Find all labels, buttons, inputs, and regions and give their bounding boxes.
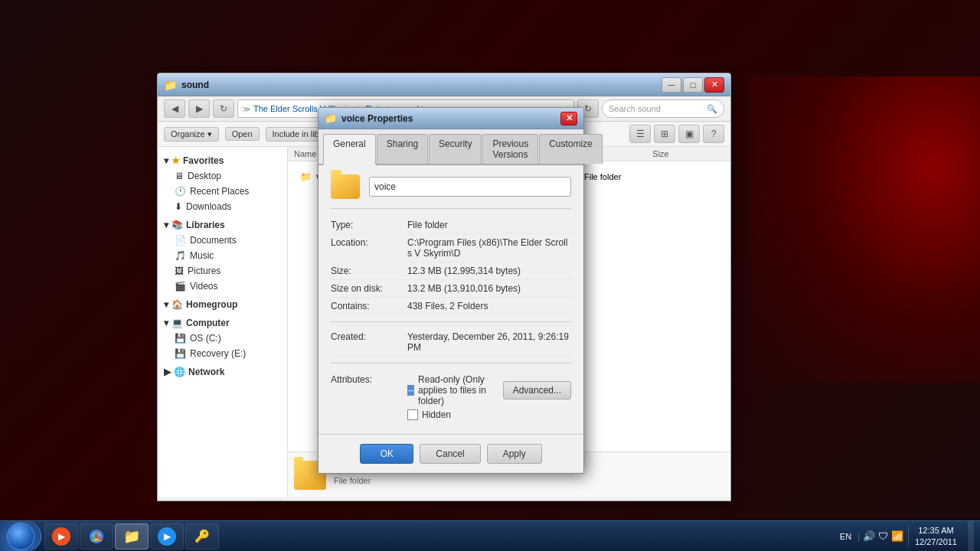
dialog-tabs: General Sharing Security Previous Versio… (318, 129, 583, 165)
size-value: 12.3 MB (12,995,314 bytes) (407, 266, 571, 276)
desktop: 📁 sound ─ □ ✕ ◀ ▶ ↻ ≫ The Elder Scrolls … (0, 0, 980, 551)
hidden-label: Hidden (422, 409, 451, 420)
type-row: Type: File folder (331, 217, 571, 234)
clock-area[interactable]: 12:35 AM 12/27/2011 (908, 525, 963, 547)
advanced-button[interactable]: Advanced... (503, 381, 571, 399)
dialog-titlebar: 📁 voice Properties ✕ (318, 108, 583, 129)
created-row: Created: Yesterday, December 26, 2011, 9… (331, 328, 571, 357)
type-label: Type: (331, 220, 407, 230)
hidden-checkbox-item: Hidden (407, 409, 571, 420)
location-label: Location: (331, 237, 407, 248)
size-on-disk-row: Size on disk: 13.2 MB (13,910,016 bytes) (331, 280, 571, 298)
created-value: Yesterday, December 26, 2011, 9:26:19 PM (407, 331, 571, 353)
tab-sharing[interactable]: Sharing (377, 134, 428, 164)
language-indicator[interactable]: EN (837, 530, 854, 543)
explorer-icon: 📁 (122, 527, 141, 546)
tab-general[interactable]: General (323, 134, 376, 165)
tab-previous-versions[interactable]: Previous Versions (482, 134, 538, 164)
dialog-general-tab-content: Type: File folder Location: C:\Program F… (318, 165, 583, 434)
taskbar-right: EN | 🔊 🛡 📶 12:35 AM 12/27/2011 (831, 521, 980, 551)
divider2 (331, 363, 571, 364)
size-on-disk-value: 13.2 MB (13,910,016 bytes) (407, 283, 571, 294)
taskbar-app-media-player[interactable]: ▶ (44, 523, 78, 549)
clock-date: 12/27/2011 (915, 536, 957, 547)
properties-table: Type: File folder Location: C:\Program F… (331, 217, 571, 364)
taskbar-apps: ▶ 📁 (41, 521, 222, 551)
readonly-checkbox[interactable]: ─ (407, 385, 414, 396)
readonly-attr-row: ─ Read-only (Only applies to files in fo… (407, 374, 571, 406)
contains-row: Contains: 438 Files, 2 Folders (331, 298, 571, 315)
network-icon: 📶 (891, 530, 903, 542)
location-row: Location: C:\Program Files (x86)\The Eld… (331, 234, 571, 262)
dialog-folder-header (331, 174, 571, 209)
dialog-button-row: OK Cancel Apply (318, 434, 583, 473)
tab-security[interactable]: Security (429, 134, 482, 164)
dialog-close-button[interactable]: ✕ (560, 112, 577, 126)
attributes-section: Attributes: ─ Read-only (Only applies to… (331, 370, 571, 425)
shield-icon: 🛡 (878, 530, 888, 542)
readonly-label: Read-only (Only applies to files in fold… (418, 374, 503, 406)
start-orb (7, 523, 34, 550)
dialog-overlay: 📁 voice Properties ✕ General Sharing Sec… (0, 0, 980, 551)
tab-customize[interactable]: Customize (539, 134, 603, 164)
hidden-checkbox[interactable] (407, 409, 418, 420)
taskbar-app-unknown[interactable]: 🔑 (185, 523, 219, 549)
taskbar-app-explorer[interactable]: 📁 (115, 523, 149, 549)
taskbar: ▶ 📁 (0, 520, 980, 551)
location-value: C:\Program Files (x86)\The Elder Scrolls… (407, 237, 571, 259)
show-desktop-button[interactable] (968, 521, 974, 552)
size-row: Size: 12.3 MB (12,995,314 bytes) (331, 262, 571, 280)
apply-button[interactable]: Apply (487, 444, 542, 464)
dialog-folder-icon (331, 174, 360, 199)
attributes-label: Attributes: (331, 374, 407, 385)
ok-button[interactable]: OK (360, 444, 413, 464)
contains-value: 438 Files, 2 Folders (407, 301, 571, 311)
voice-properties-dialog: 📁 voice Properties ✕ General Sharing Sec… (318, 107, 584, 474)
contains-label: Contains: (331, 301, 407, 311)
taskbar-app-chrome[interactable] (80, 523, 113, 549)
size-on-disk-label: Size on disk: (331, 283, 407, 294)
media-player-icon: ▶ (52, 527, 70, 546)
size-label: Size: (331, 266, 407, 276)
unknown-app-icon: 🔑 (193, 527, 211, 546)
system-tray: EN | 🔊 🛡 📶 (837, 530, 903, 543)
folder-name-input[interactable] (369, 177, 571, 197)
chrome-icon (87, 527, 106, 546)
player2-icon: ▶ (158, 527, 176, 546)
volume-icon[interactable]: 🔊 (863, 530, 875, 542)
cancel-button[interactable]: Cancel (420, 444, 480, 464)
taskbar-app-player2[interactable]: ▶ (150, 523, 184, 549)
created-label: Created: (331, 331, 407, 342)
clock-time: 12:35 AM (918, 525, 953, 536)
readonly-checkbox-item: ─ Read-only (Only applies to files in fo… (407, 374, 503, 406)
tray-separator: | (858, 532, 860, 541)
attributes-options: ─ Read-only (Only applies to files in fo… (407, 374, 571, 420)
divider (331, 321, 571, 322)
type-value: File folder (407, 220, 571, 230)
start-button[interactable] (0, 521, 41, 552)
dialog-title: voice Properties (341, 113, 560, 124)
